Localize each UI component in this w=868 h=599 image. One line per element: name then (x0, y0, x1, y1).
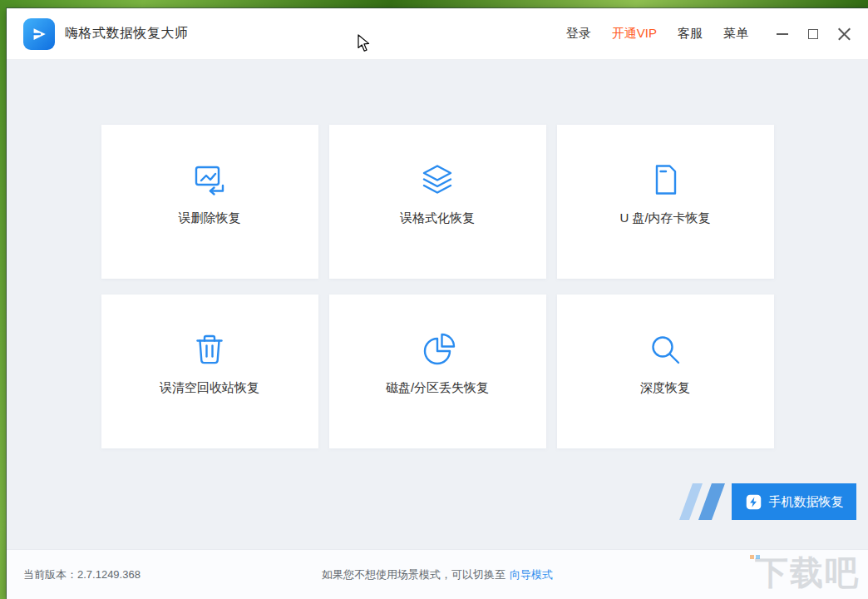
disk-pie-icon (417, 329, 457, 369)
stripe-decoration (679, 483, 703, 520)
version-label: 当前版本：2.7.1249.368 (23, 567, 141, 582)
magnifier-icon (645, 329, 685, 369)
card-formatted-recovery[interactable]: 误格式化恢复 (329, 125, 546, 279)
card-deep-recovery[interactable]: 深度恢复 (557, 295, 774, 448)
mode-hint-text: 如果您不想使用场景模式，可以切换至 (322, 567, 506, 582)
layers-icon (417, 160, 457, 200)
main-area: 误删除恢复 误格式化恢复 (7, 60, 868, 549)
login-link[interactable]: 登录 (566, 26, 591, 42)
phone-button-label: 手机数据恢复 (769, 494, 844, 510)
card-label: U 盘/内存卡恢复 (619, 210, 710, 226)
window-controls (773, 25, 853, 43)
wizard-mode-link[interactable]: 向导模式 (510, 567, 553, 582)
vip-link[interactable]: 开通VIP (612, 26, 657, 42)
minimize-icon (777, 33, 788, 35)
app-logo-icon (23, 18, 55, 50)
trash-icon (190, 329, 229, 369)
card-deleted-file-recovery[interactable]: 误删除恢复 (101, 125, 318, 279)
phone-flash-icon (745, 493, 762, 511)
card-label: 误清空回收站恢复 (160, 380, 259, 396)
maximize-icon (808, 29, 818, 39)
image-restore-icon (190, 160, 229, 200)
card-recycle-bin-recovery[interactable]: 误清空回收站恢复 (101, 295, 318, 448)
card-label: 误格式化恢复 (400, 210, 475, 226)
card-label: 深度恢复 (640, 380, 690, 396)
card-label: 误删除恢复 (179, 210, 241, 226)
status-bar: 当前版本：2.7.1249.368 如果您不想使用场景模式，可以切换至 向导模式 (7, 549, 868, 599)
card-usb-memory-card-recovery[interactable]: U 盘/内存卡恢复 (557, 125, 774, 279)
recovery-mode-grid: 误删除恢复 误格式化恢复 (101, 125, 774, 448)
menu-link[interactable]: 菜单 (723, 26, 748, 42)
app-title: 嗨格式数据恢复大师 (65, 25, 189, 42)
card-disk-partition-recovery[interactable]: 磁盘/分区丢失恢复 (329, 295, 546, 448)
close-button[interactable] (835, 25, 853, 43)
maximize-button[interactable] (804, 25, 822, 43)
app-window: 嗨格式数据恢复大师 登录 开通VIP 客服 菜单 (7, 8, 868, 599)
memory-card-icon (645, 160, 685, 200)
card-label: 磁盘/分区丢失恢复 (386, 380, 489, 396)
stripe-decoration (698, 483, 725, 520)
watermark-logo (750, 555, 760, 559)
titlebar: 嗨格式数据恢复大师 登录 开通VIP 客服 菜单 (7, 8, 868, 60)
phone-data-recovery-button[interactable]: 手机数据恢复 (732, 483, 856, 520)
minimize-button[interactable] (773, 25, 792, 43)
titlebar-nav: 登录 开通VIP 客服 菜单 (566, 26, 748, 42)
support-link[interactable]: 客服 (678, 26, 703, 42)
